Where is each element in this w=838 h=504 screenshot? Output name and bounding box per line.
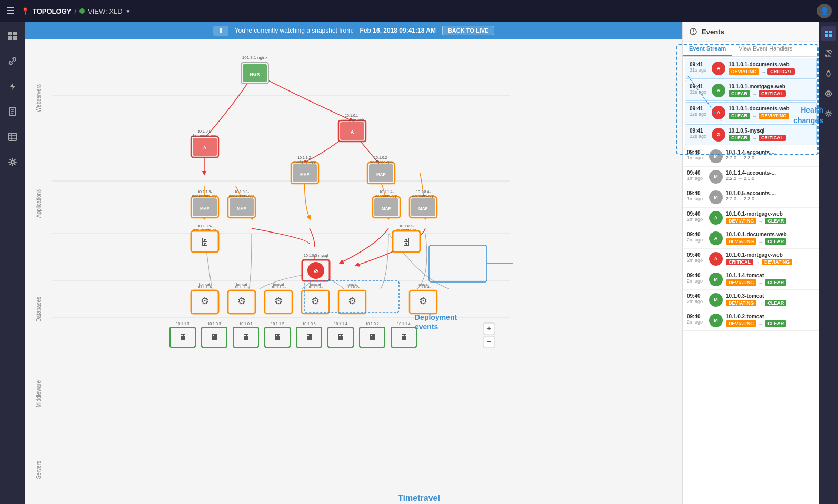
svg-text:10.1.0.5-: 10.1.0.5- <box>399 224 414 228</box>
svg-text:tomcat: tomcat <box>199 283 210 286</box>
right-icon-sync[interactable] <box>821 46 836 61</box>
event-item[interactable]: 09:4131s agoA10.1.0.1-documents-webDEVIA… <box>685 58 817 79</box>
events-panel: Events Event Stream View Event Handlers … <box>682 22 819 504</box>
event-item[interactable]: 09:401m agoM10.1.1.4-accounts-...2.2.0 →… <box>683 167 819 187</box>
svg-text:10.1.0.1-: 10.1.0.1- <box>197 129 212 133</box>
svg-text:🖥: 🖥 <box>305 332 313 341</box>
event-item[interactable]: 09:402m agoM10.1.0.3-tomcatDEVIATING→CLE… <box>683 290 819 310</box>
svg-text:10.1.1.3-: 10.1.1.3- <box>197 190 212 194</box>
event-item[interactable]: 09:402m agoA10.1.0.1-documents-webDEVIAT… <box>683 228 819 249</box>
main-content: ⏸ You're currently watching a snapshot f… <box>0 22 838 504</box>
layer-applications: Applications <box>36 189 42 218</box>
back-to-live-button[interactable]: BACK TO LIVE <box>442 26 494 35</box>
topology-area: ⏸ You're currently watching a snapshot f… <box>25 22 682 504</box>
svg-text:MAP: MAP <box>200 206 210 211</box>
svg-rect-144 <box>304 281 399 313</box>
snapshot-message: You're currently watching a snapshot fro… <box>235 27 354 34</box>
nav-view-label[interactable]: VIEW: XLD <box>88 7 123 15</box>
svg-text:⚙: ⚙ <box>201 296 209 306</box>
svg-text:MAP: MAP <box>300 172 310 177</box>
sidebar-icon-bolt[interactable] <box>4 78 21 95</box>
sidebar-icon-link[interactable] <box>4 53 21 69</box>
svg-text:10.1.0.2: 10.1.0.2 <box>365 322 378 326</box>
nav-separator: / <box>74 7 76 15</box>
tab-event-stream[interactable]: Event Stream <box>683 42 732 56</box>
svg-rect-3 <box>13 36 17 40</box>
svg-rect-2 <box>8 36 12 40</box>
layer-middleware: Middleware <box>36 380 42 407</box>
svg-text:10.1.0.5-mysql: 10.1.0.5-mysql <box>304 254 328 258</box>
nav-dropdown-icon[interactable]: ▼ <box>126 8 131 14</box>
event-item[interactable]: 09:402m agoM10.1.1.4-tomcatDEVIATING→CLE… <box>683 269 819 290</box>
svg-text:10.1.1.4: 10.1.1.4 <box>334 322 347 326</box>
svg-text:accounts-app: accounts-app <box>412 194 434 198</box>
sidebar-icon-table[interactable] <box>4 128 21 145</box>
svg-text:documents-app: documents-app <box>229 194 254 198</box>
svg-rect-9 <box>9 133 16 140</box>
svg-text:10.1.0.1: 10.1.0.1 <box>239 322 252 326</box>
svg-text:10.1.1.4-: 10.1.1.4- <box>379 190 394 194</box>
event-item[interactable]: 09:4122s ago⊘10.1.0.5-mysqlCLEAR→CRITICA… <box>685 124 817 145</box>
right-icon-eye[interactable] <box>821 86 836 101</box>
svg-text:🖥: 🖥 <box>368 332 376 341</box>
deployment-events-label: Deploymentevents <box>415 313 457 331</box>
svg-text:101.8.1-nginx: 101.8.1-nginx <box>242 55 267 60</box>
right-icon-active[interactable] <box>821 26 836 41</box>
svg-rect-151 <box>829 34 832 37</box>
sidebar-icon-doc[interactable] <box>4 103 21 120</box>
events-tabs: Event Stream View Event Handlers <box>683 42 819 57</box>
svg-text:10.1.1.3: 10.1.1.3 <box>176 322 189 326</box>
svg-text:10.1.0.2-: 10.1.0.2- <box>374 156 388 159</box>
svg-text:10.1.8.4-: 10.1.8.4- <box>416 190 431 194</box>
svg-point-13 <box>11 160 14 164</box>
svg-text:🖥: 🖥 <box>336 332 345 341</box>
svg-text:⊘: ⊘ <box>314 268 318 274</box>
right-icon-fire[interactable] <box>821 66 836 81</box>
event-item[interactable]: 09:401m agoM10.1.0.5-accounts-...2.2.0 →… <box>683 187 819 208</box>
svg-text:10.1.1.2: 10.1.1.2 <box>271 322 284 326</box>
sidebar-icon-grid[interactable] <box>4 27 21 44</box>
sidebar-icon-gear[interactable] <box>4 154 21 170</box>
svg-text:mortgage web: mortgage web <box>341 118 364 122</box>
event-item[interactable]: 09:402m agoM10.1.0.2-tomcatDEVIATING→CLE… <box>683 310 819 331</box>
svg-text:MAP: MAP <box>376 172 386 177</box>
svg-point-147 <box>693 33 694 34</box>
svg-text:🖥: 🖥 <box>210 332 218 341</box>
svg-text:A: A <box>351 129 354 135</box>
event-item[interactable]: 09:402m agoA10.1.0.1-mortgage-webCRITICA… <box>683 249 819 269</box>
event-item[interactable]: 09:4132s agoA10.1.0.1-mortgage-webCLEAR→… <box>685 80 817 101</box>
svg-text:🖥: 🖥 <box>400 332 408 341</box>
svg-text:mortgage-app: mortgage-app <box>293 160 316 164</box>
snapshot-bar: ⏸ You're currently watching a snapshot f… <box>25 22 682 39</box>
top-nav: ☰ 📍 TOPOLOGY / VIEW: XLD ▼ 👤 <box>0 0 838 22</box>
left-sidebar <box>0 22 25 504</box>
svg-text:MAP: MAP <box>237 206 246 211</box>
pause-button[interactable]: ⏸ <box>213 26 228 36</box>
menu-icon[interactable]: ☰ <box>6 5 15 17</box>
event-item[interactable]: 09:401m agoM10.1.1.4-accounts-...2.2.0 →… <box>683 146 819 167</box>
svg-rect-150 <box>825 34 828 37</box>
svg-rect-0 <box>8 32 12 35</box>
right-panel-wrapper: Events Event Stream View Event Handlers … <box>682 22 838 504</box>
svg-text:A: A <box>203 145 207 150</box>
svg-rect-148 <box>825 31 828 33</box>
layer-labels: Webservers Applications Databases Middle… <box>25 56 52 504</box>
svg-text:+: + <box>487 324 491 332</box>
svg-text:10.1.0.3: 10.1.0.3 <box>207 322 221 326</box>
svg-text:10.1.0.5-: 10.1.0.5- <box>197 224 212 228</box>
svg-text:MAP: MAP <box>418 206 428 211</box>
right-icon-bar <box>819 22 838 504</box>
events-header: Events <box>683 22 819 42</box>
svg-text:documents-app: documents-app <box>192 194 217 198</box>
svg-text:10.1.1.4: 10.1.1.4 <box>397 322 410 326</box>
nav-right: 👤 <box>817 4 832 18</box>
right-icon-settings[interactable] <box>821 106 836 121</box>
user-avatar[interactable]: 👤 <box>817 4 832 18</box>
svg-text:⚙: ⚙ <box>419 296 427 306</box>
graph-container: Webservers Applications Databases Middle… <box>25 39 682 504</box>
status-dot <box>79 8 85 14</box>
tab-event-handlers[interactable]: View Event Handlers <box>732 42 799 56</box>
event-item[interactable]: 09:402m agoA10.1.0.1-mortgage-webDEVIATI… <box>683 208 819 228</box>
svg-rect-149 <box>829 31 832 33</box>
svg-text:10.1.1.2-: 10.1.1.2- <box>297 156 312 159</box>
